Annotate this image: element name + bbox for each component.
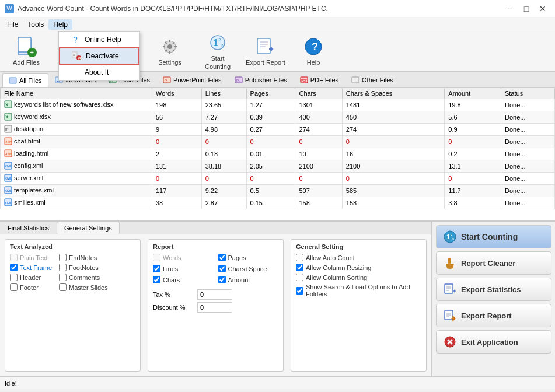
- col-pages[interactable]: Pages: [246, 88, 295, 99]
- amount-label: Amount: [228, 276, 250, 284]
- table-row[interactable]: HTM loading.html 2 0.18 0.01 10 16 0.2 D…: [1, 148, 555, 160]
- tab-general-settings[interactable]: General Settings: [57, 222, 120, 234]
- col-words[interactable]: Words: [152, 88, 202, 99]
- minimize-button[interactable]: −: [502, 2, 518, 15]
- plain-text-row: Plain Text: [10, 254, 52, 261]
- footnotes-checkbox[interactable]: [59, 264, 67, 271]
- table-row[interactable]: HTM chat.html 0 0 0 0 0 0 Done...: [1, 136, 555, 148]
- tab-pdf-files[interactable]: PDF PDF Files: [294, 73, 345, 87]
- discount-row: Discount %: [153, 302, 278, 313]
- lines-label: Lines: [163, 265, 178, 272]
- cell-pages: 0.01: [246, 148, 295, 160]
- svg-text:+: +: [30, 48, 34, 57]
- master-slides-checkbox[interactable]: [59, 284, 67, 291]
- menu-tools[interactable]: Tools: [23, 19, 48, 30]
- menu-about[interactable]: About It: [59, 65, 139, 80]
- cell-status: Done...: [501, 124, 554, 136]
- export-report-icon: [255, 36, 276, 57]
- start-counting-button[interactable]: 1 2 3 Start Counting: [195, 34, 240, 68]
- text-analyzed-section: Text Analyzed Plain Text Text Frame: [5, 239, 141, 372]
- sidebar-export-report[interactable]: Export Report: [436, 304, 551, 327]
- sidebar-report-cleaner[interactable]: Report Cleaner: [436, 251, 551, 275]
- comments-checkbox[interactable]: [59, 274, 67, 281]
- tab-other-files[interactable]: Other Files: [345, 73, 400, 87]
- table-row[interactable]: X keywords list of new softwares.xlsx 19…: [1, 99, 555, 111]
- table-row[interactable]: XML templates.xml 117 9.22 0.5 507 585 1…: [1, 185, 555, 197]
- allow-column-resizing-checkbox[interactable]: [296, 264, 303, 271]
- app-icon: W: [5, 4, 14, 13]
- header-checkbox[interactable]: [10, 274, 18, 281]
- text-frame-checkbox[interactable]: [10, 264, 18, 271]
- add-files-button[interactable]: + Add Files: [4, 34, 49, 68]
- sidebar-exit-label: Exit Application: [461, 338, 518, 346]
- amount-checkbox[interactable]: [218, 276, 226, 284]
- tax-input[interactable]: [197, 289, 232, 300]
- show-search-label: Show Search & Load Options to Add Folder…: [306, 284, 421, 298]
- allow-column-sorting-checkbox[interactable]: [296, 274, 303, 281]
- master-slides-row: Master Slides: [59, 284, 108, 291]
- cell-lines: 9.22: [201, 185, 246, 197]
- col-chars[interactable]: Chars: [295, 88, 342, 99]
- footer-row: Footer: [10, 284, 52, 291]
- col-lines[interactable]: Lines: [201, 88, 246, 99]
- text-analyzed-col1: Plain Text Text Frame Header Footer: [10, 254, 52, 293]
- maximize-button[interactable]: □: [519, 2, 534, 15]
- title-bar: W Advance Word Count - Count Words in DO…: [0, 0, 555, 18]
- table-row[interactable]: XML smilies.xml 38 2.87 0.15 158 158 3.8…: [1, 197, 555, 209]
- cell-pages: 0.5: [246, 185, 295, 197]
- col-status[interactable]: Status: [501, 88, 554, 99]
- svg-text:2: 2: [218, 37, 221, 43]
- cell-filename: XML config.xml: [1, 160, 152, 173]
- sidebar-count-icon: 1 2 3: [444, 230, 456, 243]
- tab-powerpoint-files[interactable]: P PowerPoint Files: [156, 73, 228, 87]
- close-button[interactable]: ✕: [535, 2, 550, 15]
- table-row[interactable]: XML config.xml 131 38.18 2.05 2100 2100 …: [1, 160, 555, 173]
- export-report-button[interactable]: Export Report: [243, 34, 288, 68]
- words-checkbox[interactable]: [153, 254, 160, 261]
- tab-final-statistics[interactable]: Final Statistics: [0, 222, 57, 234]
- pages-checkbox[interactable]: [218, 254, 226, 261]
- help-button[interactable]: ? Help: [291, 34, 336, 68]
- chars-checkbox[interactable]: [153, 276, 160, 284]
- allow-auto-count-checkbox[interactable]: [296, 254, 303, 261]
- endnotes-checkbox[interactable]: [59, 254, 67, 261]
- footer-checkbox[interactable]: [10, 284, 18, 291]
- menu-help[interactable]: Help: [48, 19, 72, 30]
- help-label: Help: [307, 59, 320, 66]
- discount-input[interactable]: [197, 302, 232, 313]
- sidebar-export-statistics[interactable]: Export Statistics: [436, 278, 551, 301]
- allow-column-resizing-row: Allow Column Resizing: [296, 264, 421, 271]
- table-row[interactable]: X keyword.xlsx 56 7.27 0.39 400 450 5.6 …: [1, 111, 555, 124]
- col-amount[interactable]: Amount: [445, 88, 501, 99]
- plain-text-checkbox[interactable]: [10, 254, 18, 261]
- settings-button[interactable]: Settings: [147, 34, 193, 68]
- col-chars-spaces[interactable]: Chars & Spaces: [342, 88, 445, 99]
- lines-check-row: Lines: [153, 265, 214, 272]
- cell-filename: HTM chat.html: [1, 136, 152, 148]
- svg-text:XML: XML: [5, 189, 12, 192]
- menu-file[interactable]: File: [2, 19, 23, 30]
- svg-text:3: 3: [221, 44, 224, 48]
- sidebar-start-counting[interactable]: 1 2 3 Start Counting: [436, 225, 551, 249]
- tab-publisher-files[interactable]: Pu Publisher Files: [228, 73, 294, 87]
- cell-status: Done...: [501, 148, 554, 160]
- menu-online-help[interactable]: ? Online Help: [59, 32, 139, 47]
- cell-amount: 3.8: [445, 197, 501, 209]
- cell-chars-spaces: 274: [342, 124, 445, 136]
- col-filename[interactable]: File Name: [1, 88, 152, 99]
- table-row[interactable]: XML server.xml 0 0 0 0 0 0 Done...: [1, 173, 555, 185]
- menu-deactivate[interactable]: ≡ ✕ Deactivate: [59, 47, 139, 65]
- chars-space-checkbox[interactable]: [218, 265, 226, 272]
- tab-all-files[interactable]: All Files: [2, 73, 48, 87]
- file-table: File Name Words Lines Pages Chars Chars …: [0, 88, 555, 209]
- chars-label: Chars: [163, 276, 180, 284]
- show-search-checkbox[interactable]: [296, 287, 303, 295]
- cell-lines: 23.65: [201, 99, 246, 111]
- cell-chars-spaces: 0: [342, 136, 445, 148]
- cell-status: Done...: [501, 111, 554, 124]
- lines-checkbox[interactable]: [153, 265, 160, 272]
- table-row[interactable]: ini desktop.ini 9 4.98 0.27 274 274 0.9 …: [1, 124, 555, 136]
- settings-tabs: Final Statistics General Settings: [0, 222, 431, 235]
- footnotes-row: FootNotes: [59, 264, 108, 271]
- sidebar-exit-application[interactable]: Exit Application: [436, 330, 551, 354]
